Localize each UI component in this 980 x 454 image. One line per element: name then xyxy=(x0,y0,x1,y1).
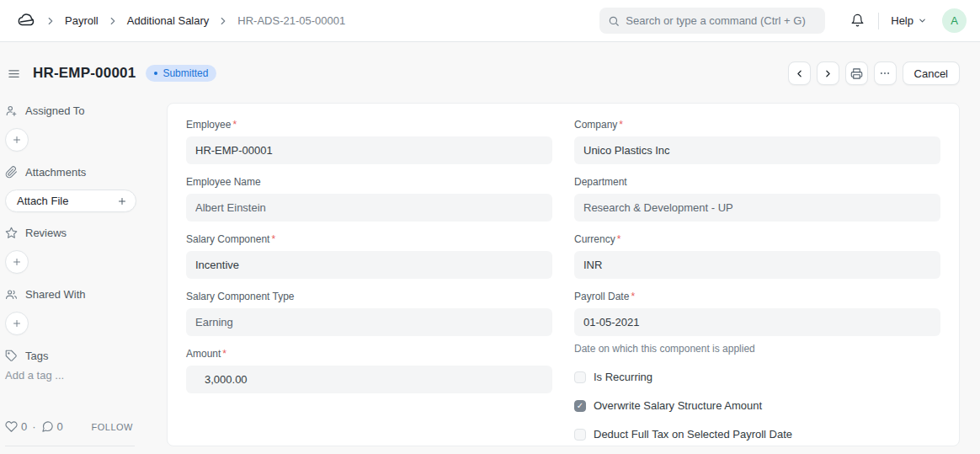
sidebar-divider xyxy=(5,446,135,446)
field-label: Employee Name xyxy=(186,176,552,188)
chevron-right-icon xyxy=(107,15,119,27)
currency-input[interactable] xyxy=(574,251,940,279)
form-card: Employee* Employee Name Salary Component… xyxy=(167,103,960,446)
tags-section: Tags Add a tag ... xyxy=(5,350,135,382)
assign-user-icon xyxy=(5,104,18,117)
checkbox-label: Overwrite Salary Structure Amount xyxy=(594,399,762,412)
field-label: Currency* xyxy=(574,233,940,245)
checkbox-icon[interactable] xyxy=(574,429,586,441)
attach-file-button[interactable]: Attach File xyxy=(5,190,136,212)
help-label: Help xyxy=(891,14,913,27)
page-actions: Cancel xyxy=(788,61,960,85)
field-employee: Employee* xyxy=(186,119,552,164)
menu-ellipsis-button[interactable] xyxy=(874,61,897,85)
like-counter[interactable]: 0 xyxy=(5,420,27,433)
field-employee-name: Employee Name xyxy=(186,176,552,222)
add-assignment-button[interactable] xyxy=(5,128,29,152)
reviews-label[interactable]: Reviews xyxy=(25,227,67,239)
attach-file-label: Attach File xyxy=(17,195,68,207)
required-marker: * xyxy=(617,233,621,245)
company-input[interactable] xyxy=(574,136,940,164)
shared-with-label[interactable]: Shared With xyxy=(25,288,86,301)
form-column-right: Company* Department Currency* Payroll Da… xyxy=(574,119,940,454)
shared-with-section: Shared With xyxy=(5,288,135,335)
salary-component-input[interactable] xyxy=(186,251,552,279)
page-container: HR-EMP-00001 Submitted xyxy=(0,42,980,446)
chevron-right-icon xyxy=(217,15,229,27)
breadcrumb: Payroll Additional Salary HR-ADS-21-05-0… xyxy=(17,11,345,30)
required-marker: * xyxy=(232,119,237,131)
like-count: 0 xyxy=(21,420,27,433)
count-separator: · xyxy=(32,420,35,433)
help-dropdown[interactable]: Help xyxy=(891,14,927,27)
add-tag-input[interactable]: Add a tag ... xyxy=(5,369,135,382)
sidebar-footer: 0 · 0 FOLLOW xyxy=(5,420,135,433)
required-marker: * xyxy=(271,233,275,245)
amount-input[interactable] xyxy=(186,366,552,393)
field-label: Employee* xyxy=(186,119,552,131)
field-currency: Currency* xyxy=(574,233,940,279)
attachments-label[interactable]: Attachments xyxy=(25,166,86,179)
field-company: Company* xyxy=(574,119,940,164)
cancel-button[interactable]: Cancel xyxy=(903,61,960,85)
required-marker: * xyxy=(619,119,623,131)
page-head: HR-EMP-00001 Submitted xyxy=(5,61,960,86)
field-salary-component: Salary Component* xyxy=(186,233,552,279)
form-column-left: Employee* Employee Name Salary Component… xyxy=(186,119,552,454)
add-share-button[interactable] xyxy=(5,312,29,335)
checkbox-icon[interactable] xyxy=(574,400,586,412)
breadcrumb-item-additional-salary[interactable]: Additional Salary xyxy=(127,14,210,27)
checkbox-label: Deduct Full Tax on Selected Payroll Date xyxy=(594,428,792,441)
search-input[interactable] xyxy=(626,14,817,27)
breadcrumb-item-current-doc[interactable]: HR-ADS-21-05-00001 xyxy=(237,14,345,27)
field-salary-component-type: Salary Component Type xyxy=(186,291,552,336)
department-input[interactable] xyxy=(574,194,940,222)
status-label: Submitted xyxy=(162,67,208,79)
attachments-section: Attachments Attach File xyxy=(5,166,135,212)
plus-icon xyxy=(117,196,127,206)
notifications-bell-icon[interactable] xyxy=(849,12,866,29)
employee-input[interactable] xyxy=(186,136,552,164)
navbar-actions: Help A xyxy=(599,8,967,34)
payroll-date-input[interactable] xyxy=(574,308,940,336)
comment-counter[interactable]: 0 xyxy=(41,420,63,433)
field-label: Salary Component* xyxy=(186,233,552,245)
form-sidebar: Assigned To Attachments Attach File xyxy=(5,103,135,446)
required-marker: * xyxy=(222,348,226,360)
follow-button[interactable]: FOLLOW xyxy=(92,422,133,432)
people-icon xyxy=(5,288,18,301)
paperclip-icon xyxy=(5,166,18,179)
checkbox-icon[interactable] xyxy=(574,371,586,383)
assigned-to-label[interactable]: Assigned To xyxy=(25,104,85,117)
prev-document-button[interactable] xyxy=(788,61,811,85)
employee-name-input[interactable] xyxy=(186,194,552,222)
comment-count: 0 xyxy=(57,420,63,433)
navbar: Payroll Additional Salary HR-ADS-21-05-0… xyxy=(0,0,980,42)
chevron-right-icon xyxy=(45,15,56,27)
deduct-full-tax-checkbox-row[interactable]: Deduct Full Tax on Selected Payroll Date xyxy=(574,428,940,441)
sidebar-toggle-icon[interactable] xyxy=(5,66,23,82)
tags-label[interactable]: Tags xyxy=(25,350,48,362)
field-label: Payroll Date* xyxy=(574,291,940,302)
field-label: Company* xyxy=(574,119,940,131)
breadcrumb-item-payroll[interactable]: Payroll xyxy=(65,14,99,27)
navbar-divider xyxy=(878,13,879,29)
add-review-button[interactable] xyxy=(5,250,29,274)
user-avatar[interactable]: A xyxy=(942,8,967,33)
comment-icon xyxy=(41,420,54,433)
page-title: HR-EMP-00001 xyxy=(33,65,136,82)
salary-component-type-input[interactable] xyxy=(186,308,552,336)
field-department: Department xyxy=(574,176,940,222)
checkbox-label: Is Recurring xyxy=(594,371,652,383)
global-search[interactable] xyxy=(599,8,825,34)
field-payroll-date: Payroll Date* xyxy=(574,291,940,336)
assigned-to-section: Assigned To xyxy=(5,104,135,152)
sidebar-spacer xyxy=(5,396,135,420)
next-document-button[interactable] xyxy=(817,61,839,85)
overwrite-salary-structure-checkbox-row[interactable]: Overwrite Salary Structure Amount xyxy=(574,399,940,412)
print-button[interactable] xyxy=(845,61,868,85)
chevron-down-icon xyxy=(918,16,927,25)
app-logo-icon[interactable] xyxy=(17,11,36,30)
star-icon xyxy=(5,227,18,239)
is-recurring-checkbox-row[interactable]: Is Recurring xyxy=(574,371,940,383)
